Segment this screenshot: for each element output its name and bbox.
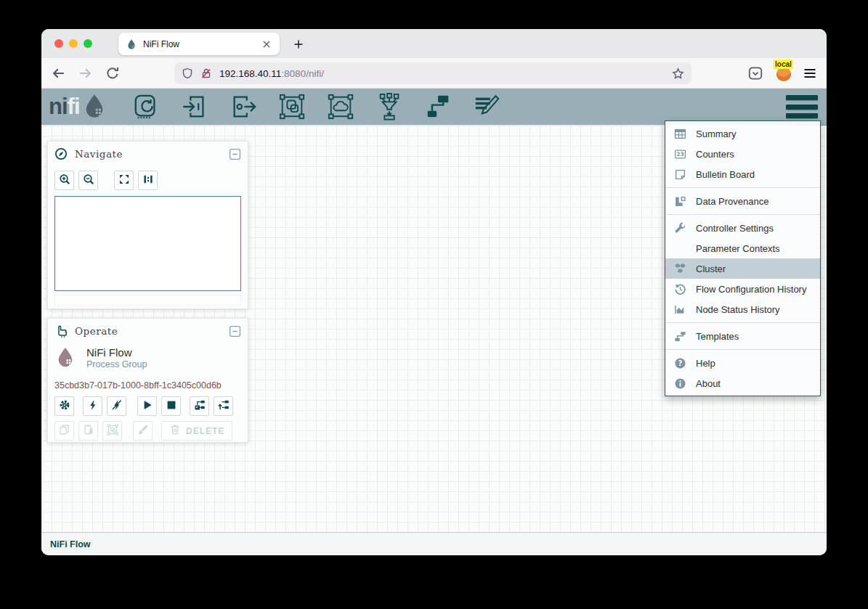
menu-separator xyxy=(665,214,820,215)
menu-item-node-status-history[interactable]: Node Status History xyxy=(665,299,820,319)
reload-button[interactable] xyxy=(105,66,120,81)
tab-title: NiFi Flow xyxy=(143,39,261,49)
zoom-out-button[interactable] xyxy=(78,171,98,190)
forward-button[interactable] xyxy=(78,66,92,81)
fit-icon xyxy=(118,173,130,188)
menu-item-label: Node Status History xyxy=(696,304,780,315)
menu-item-bulletin-board[interactable]: Bulletin Board xyxy=(665,164,820,184)
menu-item-data-provenance[interactable]: Data Provenance xyxy=(665,191,820,211)
group-icon xyxy=(107,424,118,438)
menu-item-summary[interactable]: Summary xyxy=(665,123,820,144)
menu-item-templates[interactable]: Templates xyxy=(665,326,820,346)
hand-pointer-icon xyxy=(54,324,68,338)
component-toolbar xyxy=(131,91,502,122)
remote-process-group-icon[interactable] xyxy=(325,91,356,122)
navigate-palette: Navigate xyxy=(47,141,248,309)
operate-actions-row1 xyxy=(48,391,248,416)
stop-icon xyxy=(166,399,177,414)
copy-icon xyxy=(59,424,70,438)
firefox-menu-button[interactable] xyxy=(803,66,817,81)
pocket-icon[interactable] xyxy=(747,65,763,81)
node-status-history-icon xyxy=(674,303,686,316)
profile-avatar[interactable]: local xyxy=(775,64,794,83)
menu-item-label: Counters xyxy=(696,149,734,160)
save-version-icon xyxy=(194,399,206,414)
close-window-button[interactable] xyxy=(54,39,63,48)
zoom-fit-button[interactable] xyxy=(114,171,134,190)
cluster-icon xyxy=(674,263,686,275)
revert-version-button[interactable] xyxy=(214,396,233,416)
breadcrumb[interactable]: NiFi Flow xyxy=(50,539,91,549)
menu-item-parameter-contexts[interactable]: Parameter Contexts xyxy=(665,238,820,258)
label-icon[interactable] xyxy=(471,91,502,122)
disable-button[interactable] xyxy=(107,396,126,416)
zoom-window-button[interactable] xyxy=(84,39,92,48)
zoom-in-button[interactable] xyxy=(54,171,74,190)
back-button[interactable] xyxy=(52,66,66,81)
bookmark-star-icon[interactable] xyxy=(672,68,684,80)
browser-navbar: 192.168.40.11:8080/nifi/ local xyxy=(41,58,827,89)
menu-item-label: Parameter Contexts xyxy=(696,243,780,254)
delete-button: DELETE xyxy=(161,421,232,441)
trash-icon xyxy=(169,424,181,438)
zoom-actual-button[interactable] xyxy=(138,171,158,190)
templates-icon xyxy=(674,330,686,343)
color-button xyxy=(133,421,153,441)
save-version-button[interactable] xyxy=(190,396,209,416)
input-port-icon[interactable] xyxy=(179,91,210,122)
menu-item-about[interactable]: About xyxy=(665,373,820,393)
menu-item-counters[interactable]: 23Counters xyxy=(665,144,820,164)
operate-actions-row2: DELETE xyxy=(48,416,248,441)
url-host: 192.168.40.11 xyxy=(219,68,281,79)
start-button[interactable] xyxy=(137,396,157,416)
birdseye-minimap[interactable] xyxy=(54,196,241,291)
revert-version-icon xyxy=(218,399,230,414)
menu-item-flow-configuration-history[interactable]: Flow Configuration History xyxy=(665,279,820,299)
gear-icon xyxy=(59,399,70,414)
bulletin-board-icon xyxy=(674,168,686,181)
flow-name: NiFi Flow xyxy=(86,346,147,359)
process-group-icon[interactable] xyxy=(277,91,307,122)
url-bar[interactable]: 192.168.40.11:8080/nifi/ xyxy=(174,62,691,84)
new-tab-button[interactable] xyxy=(290,36,307,53)
enable-button[interactable] xyxy=(83,396,102,416)
nifi-global-menu-button[interactable] xyxy=(786,95,818,118)
nifi-header: nifi xyxy=(41,89,827,125)
menu-item-label: Controller Settings xyxy=(696,223,774,234)
url-path: :8080/nifi/ xyxy=(281,68,324,79)
minimize-window-button[interactable] xyxy=(69,39,78,48)
nifi-logo: nifi xyxy=(49,93,108,120)
menu-item-help[interactable]: ?Help xyxy=(665,353,820,373)
menu-item-label: About xyxy=(696,378,721,389)
zoom-out-icon xyxy=(83,173,94,188)
delete-label: DELETE xyxy=(186,426,224,436)
menu-item-cluster[interactable]: Cluster xyxy=(665,258,820,279)
group-button xyxy=(102,421,122,441)
copy-button xyxy=(54,421,74,441)
menu-item-controller-settings[interactable]: Controller Settings xyxy=(665,218,820,238)
shield-icon[interactable] xyxy=(182,68,193,79)
operate-header[interactable]: Operate xyxy=(48,319,248,343)
browser-tab[interactable]: NiFi Flow xyxy=(118,33,280,55)
processor-icon[interactable] xyxy=(131,91,161,122)
menu-separator xyxy=(665,187,820,188)
no-icon xyxy=(674,242,686,255)
navigate-header[interactable]: Navigate xyxy=(48,142,248,166)
insecure-lock-icon[interactable] xyxy=(200,68,212,79)
nifi-favicon-icon xyxy=(126,38,137,50)
close-tab-icon[interactable] xyxy=(261,38,272,50)
configuration-button[interactable] xyxy=(54,396,74,416)
process-group-drop-icon xyxy=(54,346,76,374)
controller-settings-icon xyxy=(674,222,686,234)
template-icon[interactable] xyxy=(423,91,453,122)
collapse-operate-icon[interactable] xyxy=(229,325,241,338)
operate-title: Operate xyxy=(75,325,229,337)
funnel-icon[interactable] xyxy=(374,91,405,122)
stop-button[interactable] xyxy=(161,396,181,416)
lightning-icon xyxy=(87,399,99,414)
url-text[interactable]: 192.168.40.11:8080/nifi/ xyxy=(219,68,672,79)
output-port-icon[interactable] xyxy=(228,91,259,122)
menu-separator xyxy=(665,322,820,323)
menu-item-label: Help xyxy=(696,358,715,369)
collapse-navigate-icon[interactable] xyxy=(229,148,241,160)
